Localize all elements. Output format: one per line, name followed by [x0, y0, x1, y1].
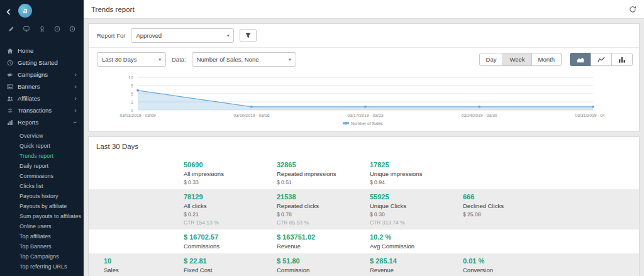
- area-chart-button[interactable]: [570, 53, 591, 66]
- sidebar-item-getting-started[interactable]: Getting Started: [0, 57, 84, 69]
- stat-avg-commission: 10.2 %Avg Commission: [370, 233, 463, 250]
- stat-declined-clicks: 666Declined Clicks$ 25.08: [463, 193, 633, 226]
- sidebar-item-campaigns[interactable]: Campaigns›: [0, 69, 84, 80]
- line-chart-button[interactable]: [591, 53, 612, 66]
- period-value: Last 30 Days: [102, 56, 136, 63]
- app-logo[interactable]: a: [18, 4, 32, 18]
- sidebar-item-affiliates[interactable]: Affiliates›: [0, 92, 84, 104]
- stat-empty-cell: [104, 233, 184, 250]
- stat-label: Commissions: [184, 243, 277, 250]
- main-area: Trends report Report For Approved ▾: [84, 0, 644, 276]
- sidebar-subitem-trends-report[interactable]: Trends report: [0, 151, 84, 161]
- stat-empty-cell: [463, 161, 633, 185]
- stats-row: 50690All impressions$ 0.3332865Repeated …: [89, 157, 639, 189]
- image-icon: [7, 84, 13, 90]
- stat-label: Sales: [104, 267, 184, 273]
- sidebar-subitem-clicks-list[interactable]: Clicks list: [0, 181, 84, 191]
- stat-label: All clicks: [184, 202, 277, 209]
- stat-subvalue: $ 0.33: [184, 179, 277, 185]
- chevron-down-icon: ▾: [227, 33, 230, 38]
- stat-label: Fixed Cost: [184, 267, 277, 273]
- clock-icon[interactable]: [69, 26, 75, 32]
- view-day-button[interactable]: Day: [479, 53, 504, 66]
- svg-text:3: 3: [131, 100, 133, 104]
- chart-type-toggle-group: [570, 53, 633, 66]
- stat-sales: 10Sales: [104, 257, 184, 276]
- sales-trend-chart-svg: 10853003/03/2019 - 03/0903/10/2019 - 03/…: [94, 72, 604, 130]
- sidebar-header: ‹ a: [0, 0, 84, 20]
- chart-icon: [7, 119, 13, 126]
- stat-subvalue: $ 25.08: [463, 211, 633, 218]
- sidebar-item-reports[interactable]: Reports›: [0, 116, 84, 128]
- filter-button[interactable]: [240, 29, 257, 42]
- stat-commission: $ 51.80Commissionavg $ 5.18: [277, 257, 370, 276]
- content: Report For Approved ▾ Last 30 Days ▾: [84, 19, 644, 276]
- sidebar-item-transactions[interactable]: Transactions›: [0, 104, 84, 116]
- stat-label: Repeated clicks: [277, 202, 370, 209]
- refresh-icon[interactable]: [629, 6, 636, 13]
- sidebar-subitem-overview[interactable]: Overview: [0, 131, 84, 141]
- stat-label: Revenue: [277, 243, 370, 250]
- svg-text:Number of Sales: Number of Sales: [351, 121, 383, 126]
- app-root: ‹ a ? HomeGetting StartedCampaigns›Banne…: [0, 0, 644, 276]
- pencil-icon[interactable]: [8, 26, 14, 32]
- help-icon[interactable]: ?: [54, 26, 60, 32]
- stat-label: Declined Clicks: [463, 202, 633, 209]
- chevron-right-icon: ›: [74, 95, 77, 102]
- sidebar-subitem-daily-report[interactable]: Daily report: [0, 161, 84, 171]
- stat-all-impressions: 50690All impressions$ 0.33: [184, 161, 277, 185]
- report-filter-row: Report For Approved ▾: [89, 24, 639, 48]
- back-chevron-icon[interactable]: ‹: [5, 5, 12, 16]
- reports-submenu: OverviewQuick reportTrends reportDaily r…: [0, 128, 84, 273]
- stat-value: $ 22.81: [184, 257, 277, 265]
- stat-subvalue: CTR 313.74 %: [370, 219, 463, 226]
- sidebar-item-home[interactable]: Home: [0, 45, 84, 57]
- stats-card: Last 30 Days 50690All impressions$ 0.333…: [88, 136, 640, 276]
- sidebar-subitem-quick-report[interactable]: Quick report: [0, 141, 84, 151]
- stat-conversion: 0.01 %Conversion: [463, 257, 633, 276]
- chevron-right-icon: ›: [74, 83, 77, 90]
- sidebar-subitem-sum-payouts-to-affiliates[interactable]: Sum payouts to affiliates: [0, 211, 84, 221]
- trends-chart: 10853003/03/2019 - 03/0903/10/2019 - 03/…: [94, 72, 604, 130]
- report-for-label: Report For: [97, 32, 125, 39]
- sidebar-nav: HomeGetting StartedCampaigns›Banners›Aff…: [0, 45, 84, 273]
- sidebar-subitem-top-banners[interactable]: Top Banners: [0, 241, 84, 251]
- page-title: Trends report: [91, 6, 135, 13]
- bar-chart-button[interactable]: [611, 53, 633, 66]
- stats-row: 78129All clicks$ 0.21CTR 154.13 %21538Re…: [89, 189, 639, 229]
- stat-value: 50690: [184, 161, 277, 169]
- stat-label: Revenue: [370, 267, 463, 273]
- sidebar-subitem-top-campaigns[interactable]: Top Campaigns: [0, 251, 84, 262]
- monitor-icon[interactable]: [23, 26, 30, 32]
- stat-unique-impressions: 17825Unique impressions$ 0.94: [370, 161, 463, 185]
- stat-value: $ 163751.02: [277, 233, 370, 241]
- sidebar-subitem-online-users[interactable]: Online users: [0, 221, 84, 231]
- sidebar-subitem-top-affiliates[interactable]: Top affiliates: [0, 231, 84, 241]
- stat-value: 0.01 %: [463, 257, 633, 265]
- sidebar-subitem-payouts-history[interactable]: Payouts history: [0, 191, 84, 201]
- data-select[interactable]: Number of Sales, None ▾: [192, 52, 296, 67]
- period-select[interactable]: Last 30 Days ▾: [97, 52, 166, 67]
- users-icon: [7, 96, 13, 102]
- chevron-down-icon: ▾: [158, 57, 161, 62]
- sidebar-item-banners[interactable]: Banners›: [0, 80, 84, 92]
- sidebar-subitem-payouts-by-affiliate[interactable]: Payouts by affiliate: [0, 201, 84, 211]
- award-icon[interactable]: [39, 26, 45, 32]
- view-week-button[interactable]: Week: [502, 53, 531, 66]
- chart-controls-row: Last 30 Days ▾ Data: Number of Sales, No…: [89, 48, 639, 71]
- stat-subvalue: CTR 154.13 %: [184, 219, 277, 226]
- svg-text:03/31/2019 - 04/06: 03/31/2019 - 04/06: [575, 113, 604, 118]
- stat-subvalue: $ 0.30: [370, 211, 463, 218]
- report-for-select[interactable]: Approved ▾: [131, 28, 234, 43]
- svg-text:03/24/2019 - 03/30: 03/24/2019 - 03/30: [461, 113, 497, 118]
- view-month-button[interactable]: Month: [531, 53, 562, 66]
- stats-title: Last 30 Days: [89, 137, 639, 157]
- svg-text:03/03/2019 - 03/09: 03/03/2019 - 03/09: [119, 113, 155, 118]
- sidebar-subitem-top-referring-urls[interactable]: Top referring URLs: [0, 262, 84, 272]
- stat-revenue: $ 163751.02Revenue: [277, 233, 370, 250]
- sidebar-subitem-commissions[interactable]: Commissions: [0, 171, 84, 181]
- stat-label: Unique Clicks: [370, 202, 463, 209]
- stat-empty-cell: [104, 193, 184, 226]
- data-value: Number of Sales, None: [197, 56, 259, 63]
- svg-text:0: 0: [131, 108, 133, 113]
